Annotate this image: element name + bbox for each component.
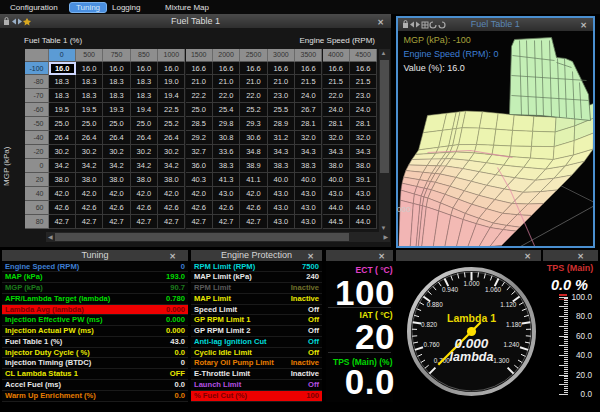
svg-text:0.000: 0.000 — [455, 336, 489, 351]
svg-text:100.0: 100.0 — [572, 293, 593, 302]
svg-text:0.940: 0.940 — [442, 286, 458, 293]
svg-text:80.0: 80.0 — [576, 312, 592, 321]
svg-text:40.0: 40.0 — [576, 351, 592, 360]
svg-text:1.240: 1.240 — [503, 341, 519, 348]
svg-text:1.300: 1.300 — [493, 357, 509, 364]
svg-text:20.0: 20.0 — [576, 371, 592, 380]
svg-text:0.880: 0.880 — [427, 301, 443, 308]
svg-text:0.0: 0.0 — [581, 390, 593, 399]
svg-text:0.820: 0.820 — [421, 321, 437, 328]
svg-text:1.060: 1.060 — [485, 286, 501, 293]
svg-text:000: 000 — [397, 205, 411, 214]
svg-text:1.000: 1.000 — [464, 280, 480, 287]
svg-text:lambda: lambda — [450, 350, 494, 364]
svg-text:60.0: 60.0 — [576, 332, 592, 341]
svg-text:0.760: 0.760 — [424, 341, 440, 348]
svg-text:Lambda 1: Lambda 1 — [447, 312, 496, 324]
svg-text:1.120: 1.120 — [500, 301, 516, 308]
svg-text:TPS (Main): TPS (Main) — [547, 263, 594, 273]
svg-text:0.0 %: 0.0 % — [551, 277, 588, 293]
svg-text:1.180: 1.180 — [506, 321, 522, 328]
